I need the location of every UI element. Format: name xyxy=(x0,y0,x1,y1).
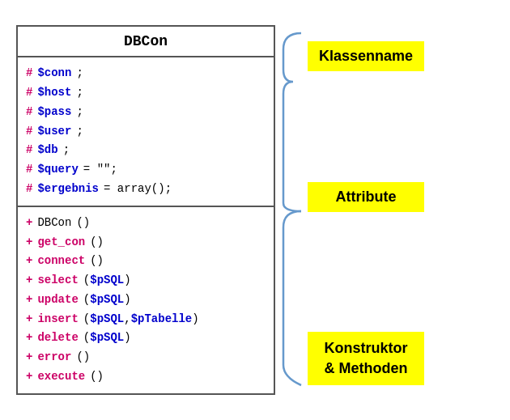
method-name: connect xyxy=(37,252,85,271)
method-name: select xyxy=(37,271,78,291)
visibility-symbol: # xyxy=(26,160,32,180)
visibility-symbol: + xyxy=(26,348,32,367)
method-params: ($pSQL) xyxy=(83,271,131,291)
methods-section: +DBCon()+get_con()+connect()+select($pSQ… xyxy=(18,207,274,393)
attr-name: $ergebnis xyxy=(37,180,99,199)
method-params: () xyxy=(76,348,90,367)
attribute-line: #$host; xyxy=(26,83,266,103)
visibility-symbol: + xyxy=(26,291,32,310)
visibility-symbol: + xyxy=(26,252,32,271)
method-params: ($pSQL) xyxy=(83,291,131,310)
visibility-symbol: + xyxy=(26,271,32,291)
visibility-symbol: # xyxy=(26,64,32,83)
method-params: ($pSQL,$pTabelle) xyxy=(83,310,199,329)
attr-value: ; xyxy=(76,122,83,142)
method-line: +get_con() xyxy=(26,233,266,252)
visibility-symbol: # xyxy=(26,141,32,160)
visibility-symbol: + xyxy=(26,310,32,329)
attr-name: $pass xyxy=(37,103,71,122)
attr-value: ; xyxy=(63,141,70,160)
attribute-line: #$pass; xyxy=(26,103,266,122)
attribute-line: #$user; xyxy=(26,122,266,142)
attr-value: ; xyxy=(76,64,83,83)
method-line: +delete($pSQL) xyxy=(26,329,266,348)
visibility-symbol: + xyxy=(26,233,32,252)
visibility-symbol: + xyxy=(26,367,32,387)
method-line: +insert($pSQL,$pTabelle) xyxy=(26,310,266,329)
brace-svg xyxy=(278,25,308,393)
attr-name: $conn xyxy=(37,64,71,83)
attribute-line: #$conn; xyxy=(26,64,266,83)
label-klassenname: Klassenname xyxy=(308,41,424,71)
visibility-symbol: # xyxy=(26,103,32,122)
label-attribute: Attribute xyxy=(308,182,424,212)
attributes-section: #$conn;#$host;#$pass;#$user;#$db;#$query… xyxy=(18,57,274,207)
visibility-symbol: # xyxy=(26,122,32,142)
attr-value: ; xyxy=(76,83,83,103)
method-name: update xyxy=(37,291,78,310)
method-name: error xyxy=(37,348,71,367)
method-name: DBCon xyxy=(37,214,71,233)
method-line: +select($pSQL) xyxy=(26,271,266,291)
attr-value: = ""; xyxy=(83,160,117,180)
method-line: +DBCon() xyxy=(26,214,266,233)
visibility-symbol: # xyxy=(26,83,32,103)
attribute-line: #$ergebnis = array(); xyxy=(26,180,266,199)
visibility-symbol: # xyxy=(26,180,32,199)
attribute-line: #$query = ""; xyxy=(26,160,266,180)
attr-value: = array(); xyxy=(104,180,172,199)
method-name: get_con xyxy=(37,233,85,252)
method-name: insert xyxy=(37,310,78,329)
label-konstruktor: Konstruktor & Methoden xyxy=(308,332,424,385)
attr-name: $host xyxy=(37,83,71,103)
labels-column: Klassenname Attribute Konstruktor & Meth… xyxy=(308,25,424,393)
method-line: +connect() xyxy=(26,252,266,271)
main-container: DBCon #$conn;#$host;#$pass;#$user;#$db;#… xyxy=(0,9,510,411)
method-params: () xyxy=(76,214,90,233)
attr-name: $user xyxy=(37,122,71,142)
method-params: ($pSQL) xyxy=(83,329,131,348)
method-params: () xyxy=(90,252,104,271)
method-name: execute xyxy=(37,367,85,387)
method-params: () xyxy=(90,233,104,252)
class-name: DBCon xyxy=(18,27,274,57)
visibility-symbol: + xyxy=(26,214,32,233)
method-name: delete xyxy=(37,329,78,348)
attribute-line: #$db; xyxy=(26,141,266,160)
attr-name: $db xyxy=(37,141,57,160)
attr-name: $query xyxy=(37,160,78,180)
method-line: +update($pSQL) xyxy=(26,291,266,310)
method-line: +error() xyxy=(26,348,266,367)
method-params: () xyxy=(90,367,104,387)
visibility-symbol: + xyxy=(26,329,32,348)
method-line: +execute() xyxy=(26,367,266,387)
uml-diagram: DBCon #$conn;#$host;#$pass;#$user;#$db;#… xyxy=(16,25,275,395)
attr-value: ; xyxy=(76,103,83,122)
